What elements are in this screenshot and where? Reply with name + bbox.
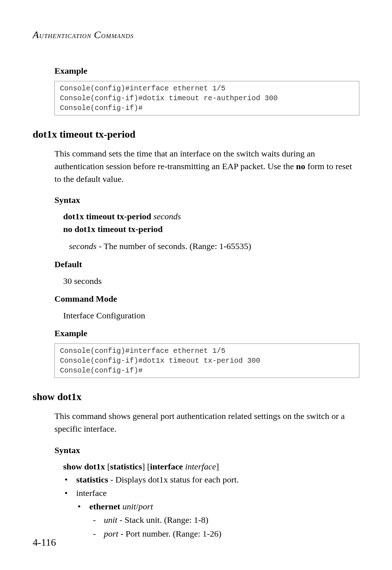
s-p2: ] [ bbox=[142, 462, 150, 471]
param-desc: - The number of seconds. (Range: 1-65535… bbox=[97, 241, 251, 251]
opt-statistics: statistics bbox=[76, 475, 108, 484]
d-unit: unit bbox=[104, 515, 117, 525]
list-item: unit - Stack unit. (Range: 1-8) bbox=[102, 513, 359, 527]
desc-pre: This command sets the time that an inter… bbox=[54, 149, 315, 171]
command-mode-value: Interface Configuration bbox=[63, 309, 359, 322]
opt-interface: interface bbox=[76, 488, 107, 498]
code-block-2: Console(config)#interface ethernet 1/5 C… bbox=[54, 343, 359, 378]
syntax-param-desc: seconds - The number of seconds. (Range:… bbox=[69, 239, 359, 253]
page-number: 4-116 bbox=[33, 537, 56, 548]
list-item: interface ethernet unit/port unit - Stac… bbox=[74, 486, 359, 541]
opt-port: port bbox=[138, 502, 153, 511]
param-name: seconds bbox=[69, 241, 97, 251]
command-description-1: This command sets the time that an inter… bbox=[54, 147, 359, 185]
syntax-options-list: statistics - Displays dot1x status for e… bbox=[74, 473, 359, 541]
list-item: port - Port number. (Range: 1-26) bbox=[102, 527, 359, 541]
default-value: 30 seconds bbox=[63, 274, 359, 288]
syntax-line-1: dot1x timeout tx-period seconds bbox=[63, 210, 359, 223]
command-title-show-dot1x: show dot1x bbox=[33, 391, 359, 403]
syntax-no-cmd: no dot1x timeout tx-period bbox=[63, 224, 163, 234]
s-b2: statistics bbox=[110, 462, 142, 471]
d-port: port bbox=[104, 529, 118, 538]
list-item: statistics - Displays dot1x status for e… bbox=[74, 473, 359, 486]
page-header: Authentication Commands bbox=[33, 29, 359, 41]
command-title-dot1x-timeout-tx-period: dot1x timeout tx-period bbox=[33, 129, 359, 140]
example-heading-1: Example bbox=[54, 66, 359, 76]
syntax-param: seconds bbox=[154, 212, 181, 221]
opt-ethernet: ethernet bbox=[89, 502, 120, 511]
s-b3: interface bbox=[150, 462, 183, 471]
s-i1: interface bbox=[185, 462, 216, 471]
command-mode-heading: Command Mode bbox=[54, 294, 359, 304]
syntax-line-show: show dot1x [statistics] [interface inter… bbox=[63, 460, 359, 473]
s-p1: [ bbox=[105, 462, 110, 471]
opt-unit: unit bbox=[122, 502, 136, 511]
code-block-1: Console(config)#interface ethernet 1/5 C… bbox=[54, 81, 359, 115]
command-description-2: This command shows general port authenti… bbox=[54, 410, 359, 435]
syntax-cmd: dot1x timeout tx-period bbox=[63, 212, 151, 221]
syntax-heading-2: Syntax bbox=[54, 445, 359, 455]
s-b1: show dot1x bbox=[63, 462, 105, 471]
example-heading-2: Example bbox=[54, 329, 359, 338]
opt-statistics-desc: - Displays dot1x status for each port. bbox=[108, 475, 239, 484]
s-p4: ] bbox=[216, 462, 219, 471]
default-heading: Default bbox=[54, 260, 359, 269]
syntax-line-2: no dot1x timeout tx-period bbox=[63, 223, 359, 236]
d-unit-desc: - Stack unit. (Range: 1-8) bbox=[117, 515, 208, 525]
d-port-desc: - Port number. (Range: 1-26) bbox=[118, 529, 221, 538]
syntax-heading-1: Syntax bbox=[54, 195, 359, 205]
list-item: ethernet unit/port unit - Stack unit. (R… bbox=[87, 500, 359, 541]
desc-no: no bbox=[296, 162, 305, 171]
